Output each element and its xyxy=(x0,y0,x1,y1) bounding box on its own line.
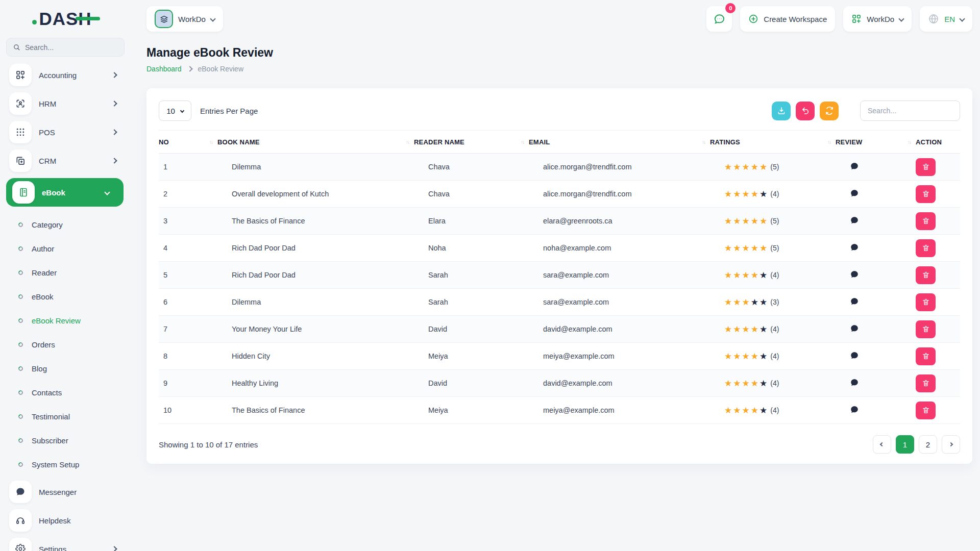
review-comment-icon[interactable] xyxy=(850,216,859,225)
column-header[interactable]: EMAIL ↑↓ xyxy=(529,138,710,146)
app-logo[interactable]: DASH xyxy=(0,7,131,31)
export-button[interactable] xyxy=(772,102,791,120)
submenu-item[interactable]: Author xyxy=(6,237,131,261)
cell-reader-name: Elara xyxy=(414,217,529,225)
cell-book-name: Overall development of Kutch xyxy=(217,190,414,198)
star-rating: ★★★★★ xyxy=(724,271,768,280)
column-header[interactable]: ACTION xyxy=(916,138,960,146)
sidebar-search-input[interactable] xyxy=(25,43,118,52)
sidebar-item[interactable]: HRM xyxy=(6,92,131,115)
submenu-item[interactable]: Testimonial xyxy=(6,405,131,429)
star-filled-icon: ★ xyxy=(742,189,751,199)
delete-button[interactable] xyxy=(916,402,936,419)
delete-button[interactable] xyxy=(916,239,936,257)
sidebar-item[interactable]: Accounting xyxy=(6,64,131,86)
star-filled-icon: ★ xyxy=(742,352,751,361)
sidebar-item[interactable]: Helpdesk xyxy=(6,509,131,532)
review-comment-icon[interactable] xyxy=(850,324,859,333)
sidebar-item[interactable]: Messenger xyxy=(6,481,131,503)
sort-icon[interactable]: ↑↓ xyxy=(702,139,705,145)
workspace-icon xyxy=(155,10,173,28)
star-filled-icon: ★ xyxy=(724,352,733,361)
review-comment-icon[interactable] xyxy=(850,243,859,252)
toolbar-actions xyxy=(772,101,960,121)
workspace-switcher[interactable]: WorkDo xyxy=(146,6,223,32)
review-comment-icon[interactable] xyxy=(850,405,859,414)
delete-button[interactable] xyxy=(916,158,936,176)
column-header[interactable]: RATINGS ↑↓ xyxy=(710,138,836,146)
column-header[interactable]: REVIEW ↑↓ xyxy=(836,138,916,146)
submenu-item[interactable]: Contacts xyxy=(6,381,131,405)
submenu-item[interactable]: Orders xyxy=(6,333,131,357)
review-comment-icon[interactable] xyxy=(850,351,859,360)
delete-button[interactable] xyxy=(916,347,936,365)
cell-no: 10 xyxy=(159,406,217,414)
delete-button[interactable] xyxy=(916,185,936,203)
sort-icon[interactable]: ↑↓ xyxy=(209,139,212,145)
column-header[interactable]: READER NAME ↑↓ xyxy=(414,138,529,146)
review-comment-icon[interactable] xyxy=(850,297,859,306)
review-comment-icon[interactable] xyxy=(850,378,859,387)
workdo-menu-button[interactable]: WorkDo xyxy=(843,6,912,32)
submenu-item[interactable]: eBook Review xyxy=(6,309,131,333)
sort-icon[interactable]: ↑↓ xyxy=(908,139,911,145)
prev-page-button[interactable] xyxy=(873,435,891,454)
submenu-item[interactable]: System Setup xyxy=(6,453,131,477)
create-workspace-button[interactable]: Create Workspace xyxy=(740,6,835,32)
delete-button[interactable] xyxy=(916,266,936,284)
sidebar-item[interactable]: POS xyxy=(6,121,131,143)
plus-circle-icon xyxy=(748,14,758,24)
table-row: 10 The Basics of Finance Meiya meiya@exa… xyxy=(159,397,960,424)
delete-button[interactable] xyxy=(916,374,936,392)
submenu-item[interactable]: Blog xyxy=(6,357,131,381)
cell-email: sara@example.com xyxy=(529,271,710,279)
language-selector[interactable]: EN xyxy=(920,6,972,32)
submenu-item[interactable]: Reader xyxy=(6,261,131,285)
copy-plus-icon xyxy=(9,149,32,172)
review-comment-icon[interactable] xyxy=(850,270,859,279)
table-search-input[interactable] xyxy=(868,107,952,115)
chevron-down-icon xyxy=(959,16,965,21)
submenu-item-label: eBook xyxy=(32,292,54,301)
submenu-item[interactable]: Subscriber xyxy=(6,429,131,453)
submenu-item-label: Subscriber xyxy=(32,436,68,445)
submenu-item-label: System Setup xyxy=(32,460,79,469)
cell-action xyxy=(916,402,960,419)
breadcrumb-dashboard-link[interactable]: Dashboard xyxy=(146,65,182,73)
star-empty-icon: ★ xyxy=(760,270,768,280)
delete-button[interactable] xyxy=(916,293,936,311)
entries-per-page-select[interactable]: 10 xyxy=(159,101,191,121)
submenu-item-label: Orders xyxy=(32,340,55,349)
next-page-button[interactable] xyxy=(942,435,960,454)
download-icon xyxy=(777,106,786,115)
sidebar-item[interactable]: CRM xyxy=(6,149,131,172)
column-header[interactable]: NO ↑↓ xyxy=(159,138,217,146)
star-filled-icon: ★ xyxy=(733,324,742,334)
delete-button[interactable] xyxy=(916,212,936,230)
column-header[interactable]: BOOK NAME ↑↓ xyxy=(217,138,414,146)
submenu-item[interactable]: eBook xyxy=(6,285,131,309)
refresh-button[interactable] xyxy=(820,102,839,120)
reset-button[interactable] xyxy=(796,102,815,120)
table-footer: Showing 1 to 10 of 17 entries 1 2 xyxy=(159,424,960,454)
rating-count: (5) xyxy=(770,217,779,225)
bullet-icon xyxy=(17,461,24,468)
sidebar: DASH Accounting HRM xyxy=(0,0,131,551)
sidebar-item[interactable]: Settings xyxy=(6,538,131,551)
sort-icon[interactable]: ↑↓ xyxy=(827,139,830,145)
messages-button[interactable]: 0 xyxy=(706,6,732,32)
star-filled-icon: ★ xyxy=(742,216,751,226)
star-filled-icon: ★ xyxy=(751,324,760,334)
sort-icon[interactable]: ↑↓ xyxy=(521,139,524,145)
chat-icon xyxy=(714,13,725,25)
submenu-item[interactable]: Category xyxy=(6,213,131,237)
review-comment-icon[interactable] xyxy=(850,189,859,198)
delete-button[interactable] xyxy=(916,320,936,338)
submenu-item-label: Category xyxy=(32,220,63,229)
rating-count: (4) xyxy=(770,271,779,279)
page-number-button[interactable]: 1 xyxy=(896,435,914,454)
sidebar-item-ebook[interactable]: eBook xyxy=(6,178,124,207)
page-number-button[interactable]: 2 xyxy=(919,435,937,454)
review-comment-icon[interactable] xyxy=(850,162,859,171)
sort-icon[interactable]: ↑↓ xyxy=(406,139,409,145)
